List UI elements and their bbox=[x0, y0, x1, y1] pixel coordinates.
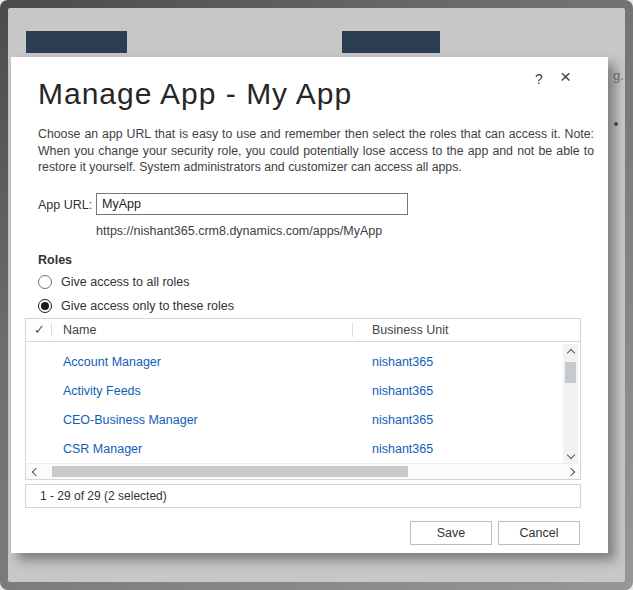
roles-grid: ✓ Name Business Unit Account Manager nis… bbox=[25, 318, 581, 480]
radio-unselected-icon[interactable] bbox=[38, 275, 52, 289]
app-url-label: App URL: bbox=[38, 198, 92, 212]
radio-these-roles-label: Give access only to these roles bbox=[61, 299, 234, 313]
horizontal-scrollbar-thumb[interactable] bbox=[52, 466, 408, 477]
grid-header: ✓ Name Business Unit bbox=[26, 319, 580, 342]
close-icon[interactable]: × bbox=[560, 67, 571, 86]
radio-all-roles-label: Give access to all roles bbox=[61, 275, 190, 289]
select-all-check-icon[interactable]: ✓ bbox=[34, 322, 45, 337]
scroll-right-icon[interactable] bbox=[564, 464, 580, 479]
role-name-link[interactable]: Activity Feeds bbox=[63, 384, 141, 398]
manage-app-dialog: ? × Manage App - My App Choose an app UR… bbox=[11, 57, 608, 553]
grid-body: Account Manager nishant365 Activity Feed… bbox=[26, 342, 562, 463]
background-text-fragment: g. bbox=[613, 68, 624, 83]
radio-these-roles[interactable]: Give access only to these roles bbox=[38, 298, 234, 314]
table-row[interactable]: Activity Feeds nishant365 bbox=[26, 376, 562, 405]
table-row[interactable]: CSR Manager nishant365 bbox=[26, 434, 562, 463]
grid-status-bar: 1 - 29 of 29 (2 selected) bbox=[25, 484, 581, 508]
column-header-name[interactable]: Name bbox=[63, 323, 96, 337]
header-divider bbox=[51, 323, 52, 337]
save-button[interactable]: Save bbox=[410, 521, 492, 545]
dialog-description: Choose an app URL that is easy to use an… bbox=[38, 126, 594, 176]
scroll-left-icon[interactable] bbox=[26, 464, 42, 479]
page-title: Manage App - My App bbox=[38, 77, 352, 111]
help-icon[interactable]: ? bbox=[535, 71, 543, 87]
cancel-button[interactable]: Cancel bbox=[498, 521, 580, 545]
vertical-scrollbar[interactable] bbox=[563, 344, 578, 463]
role-name-link[interactable]: CSR Manager bbox=[63, 442, 142, 456]
business-unit-link[interactable]: nishant365 bbox=[372, 413, 433, 427]
business-unit-link[interactable]: nishant365 bbox=[372, 384, 433, 398]
app-url-input[interactable] bbox=[96, 193, 408, 215]
business-unit-link[interactable]: nishant365 bbox=[372, 442, 433, 456]
radio-selected-icon[interactable] bbox=[38, 299, 52, 313]
column-header-business-unit[interactable]: Business Unit bbox=[372, 323, 448, 337]
vertical-scrollbar-thumb[interactable] bbox=[565, 362, 576, 383]
background-tile bbox=[26, 31, 127, 53]
horizontal-scrollbar[interactable] bbox=[26, 463, 580, 479]
window-frame: g. ? × Manage App - My App Choose an app… bbox=[0, 0, 633, 590]
header-divider bbox=[352, 323, 353, 337]
role-name-link[interactable]: CEO-Business Manager bbox=[63, 413, 198, 427]
roles-section-heading: Roles bbox=[38, 253, 72, 267]
scroll-up-icon[interactable] bbox=[563, 344, 578, 358]
table-row[interactable]: Account Manager nishant365 bbox=[26, 347, 562, 376]
business-unit-link[interactable]: nishant365 bbox=[372, 355, 433, 369]
resolved-app-url: https://nishant365.crm8.dynamics.com/app… bbox=[96, 224, 382, 238]
background-tile bbox=[342, 31, 440, 53]
scroll-down-icon[interactable] bbox=[563, 449, 578, 463]
table-row[interactable]: CEO-Business Manager nishant365 bbox=[26, 405, 562, 434]
role-name-link[interactable]: Account Manager bbox=[63, 355, 161, 369]
background-dot bbox=[614, 122, 618, 126]
radio-all-roles[interactable]: Give access to all roles bbox=[38, 274, 190, 290]
screen: g. ? × Manage App - My App Choose an app… bbox=[8, 8, 625, 582]
